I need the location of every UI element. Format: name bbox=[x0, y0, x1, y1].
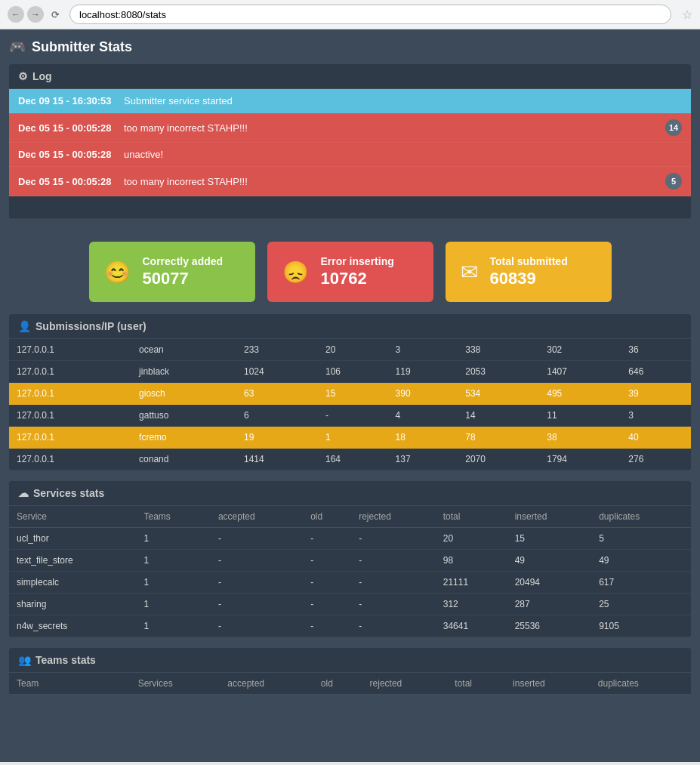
log-message: Submitter service started bbox=[124, 95, 682, 106]
page-title-icon: 🎮 bbox=[9, 39, 26, 55]
table-row: n4w_secrets1---34641255369105 bbox=[9, 615, 691, 637]
bookmark-star-icon[interactable]: ☆ bbox=[682, 8, 692, 22]
back-button[interactable]: ← bbox=[8, 6, 24, 23]
services-header-icon: ☁ bbox=[18, 487, 29, 499]
correctly-added-label: Correctly added bbox=[143, 255, 224, 267]
submissions-section: 👤 Submissions/IP (user) 127.0.0.1ocean23… bbox=[9, 314, 691, 470]
table-row: simplecalc1---2111120494617 bbox=[9, 572, 691, 594]
services-col-header: total bbox=[436, 506, 507, 528]
teams-header-icon: 👥 bbox=[18, 654, 31, 666]
submissions-header-text: Submissions/IP (user) bbox=[35, 320, 146, 332]
log-message: unactive! bbox=[124, 149, 682, 160]
log-row: Dec 09 15 - 16:30:53Submitter service st… bbox=[9, 89, 691, 113]
table-row: 127.0.0.1fcremo19118783840 bbox=[9, 427, 691, 449]
total-submitted-card: ✉ Total submitted 60839 bbox=[446, 242, 612, 302]
log-section: ⚙ Log Dec 09 15 - 16:30:53Submitter serv… bbox=[9, 64, 691, 219]
services-table: ServiceTeamsacceptedoldrejectedtotalinse… bbox=[9, 506, 691, 637]
log-row: Dec 05 15 - 00:05:28too many incorrect S… bbox=[9, 113, 691, 143]
services-col-header: duplicates bbox=[591, 506, 691, 528]
total-submitted-label: Total submitted bbox=[490, 255, 568, 267]
table-row: ucl_thor1---20155 bbox=[9, 528, 691, 550]
log-header-text: Log bbox=[32, 70, 52, 82]
error-inserting-card: 😞 Error inserting 10762 bbox=[267, 242, 433, 302]
table-row: 127.0.0.1giosch631539053449539 bbox=[9, 383, 691, 405]
correctly-added-card: 😊 Correctly added 50077 bbox=[89, 242, 255, 302]
log-row-empty bbox=[9, 196, 691, 219]
error-inserting-icon: 😞 bbox=[282, 260, 309, 285]
error-inserting-info: Error inserting 10762 bbox=[321, 255, 394, 288]
teams-col-header: Team bbox=[9, 673, 76, 695]
stats-cards-container: 😊 Correctly added 50077 😞 Error insertin… bbox=[9, 230, 691, 314]
teams-header-row: TeamServicesacceptedoldrejectedtotalinse… bbox=[9, 673, 691, 695]
log-row: Dec 05 15 - 00:05:28unactive! bbox=[9, 143, 691, 167]
services-col-header: Service bbox=[9, 506, 136, 528]
teams-col-header: Services bbox=[131, 673, 220, 695]
table-row: sharing1---31228725 bbox=[9, 594, 691, 615]
correctly-added-info: Correctly added 50077 bbox=[143, 255, 224, 288]
page-title-text: Submitter Stats bbox=[32, 39, 132, 55]
teams-header: 👥 Teams stats bbox=[9, 648, 691, 673]
teams-col-header: total bbox=[447, 673, 505, 695]
log-timestamp: Dec 05 15 - 00:05:28 bbox=[18, 176, 124, 187]
services-col-header: inserted bbox=[507, 506, 592, 528]
refresh-button[interactable]: ⟳ bbox=[47, 6, 63, 23]
correctly-added-value: 50077 bbox=[143, 269, 224, 288]
services-header-text: Services stats bbox=[33, 487, 104, 499]
page-content: 🎮 Submitter Stats ⚙ Log Dec 09 15 - 16:3… bbox=[0, 29, 700, 762]
forward-button[interactable]: → bbox=[27, 6, 44, 23]
page-title: 🎮 Submitter Stats bbox=[9, 39, 691, 55]
table-row: 127.0.0.1ocean23320333830236 bbox=[9, 339, 691, 361]
log-header-icon: ⚙ bbox=[18, 70, 28, 82]
submissions-table: 127.0.0.1ocean23320333830236127.0.0.1jin… bbox=[9, 339, 691, 470]
nav-buttons: ← → ⟳ bbox=[8, 6, 63, 23]
teams-col-header: accepted bbox=[220, 673, 313, 695]
log-timestamp: Dec 05 15 - 00:05:28 bbox=[18, 149, 124, 160]
teams-col-header: rejected bbox=[362, 673, 448, 695]
log-message: too many incorrect STAHP!!! bbox=[124, 176, 665, 187]
submissions-header-icon: 👤 bbox=[18, 320, 31, 332]
log-timestamp: Dec 09 15 - 16:30:53 bbox=[18, 95, 124, 106]
log-badge: 14 bbox=[665, 119, 682, 136]
services-table-scroll[interactable]: ServiceTeamsacceptedoldrejectedtotalinse… bbox=[9, 506, 691, 637]
total-submitted-info: Total submitted 60839 bbox=[490, 255, 568, 288]
teams-col-header bbox=[76, 673, 103, 695]
services-section: ☁ Services stats ServiceTeamsacceptedold… bbox=[9, 481, 691, 637]
teams-header-text: Teams stats bbox=[35, 654, 96, 666]
services-header-row: ServiceTeamsacceptedoldrejectedtotalinse… bbox=[9, 506, 691, 528]
services-col-header: Teams bbox=[136, 506, 210, 528]
log-message: too many incorrect STAHP!!! bbox=[124, 122, 665, 134]
services-header: ☁ Services stats bbox=[9, 481, 691, 506]
address-bar[interactable]: localhost:8080/stats bbox=[69, 5, 671, 24]
total-submitted-value: 60839 bbox=[490, 269, 568, 288]
teams-table: TeamServicesacceptedoldrejectedtotalinse… bbox=[9, 673, 691, 695]
teams-col-header bbox=[103, 673, 131, 695]
log-timestamp: Dec 05 15 - 00:05:28 bbox=[18, 122, 124, 134]
url-text: localhost:8080/stats bbox=[79, 9, 166, 20]
teams-table-scroll[interactable]: TeamServicesacceptedoldrejectedtotalinse… bbox=[9, 673, 691, 695]
teams-col-header: duplicates bbox=[591, 673, 691, 695]
table-row: 127.0.0.1conand141416413720701794276 bbox=[9, 449, 691, 470]
table-row: 127.0.0.1gattuso6-414113 bbox=[9, 405, 691, 427]
total-submitted-icon: ✉ bbox=[461, 260, 478, 285]
browser-chrome: ← → ⟳ localhost:8080/stats ☆ bbox=[0, 0, 700, 29]
log-section-header: ⚙ Log bbox=[9, 64, 691, 89]
services-col-header: old bbox=[303, 506, 351, 528]
table-row: 127.0.0.1jinblack102410611920531407646 bbox=[9, 361, 691, 383]
submissions-header: 👤 Submissions/IP (user) bbox=[9, 314, 691, 339]
submissions-table-scroll[interactable]: 127.0.0.1ocean23320333830236127.0.0.1jin… bbox=[9, 339, 691, 470]
correctly-added-icon: 😊 bbox=[104, 260, 131, 285]
log-badge: 5 bbox=[665, 173, 682, 190]
error-inserting-value: 10762 bbox=[321, 269, 394, 288]
error-inserting-label: Error inserting bbox=[321, 255, 394, 267]
services-col-header: rejected bbox=[351, 506, 436, 528]
table-row: text_file_store1---984949 bbox=[9, 550, 691, 572]
teams-section: 👥 Teams stats TeamServicesacceptedoldrej… bbox=[9, 648, 691, 695]
services-col-header: accepted bbox=[211, 506, 303, 528]
log-row: Dec 05 15 - 00:05:28too many incorrect S… bbox=[9, 167, 691, 196]
teams-col-header: inserted bbox=[505, 673, 591, 695]
teams-col-header: old bbox=[313, 673, 362, 695]
log-container[interactable]: Dec 09 15 - 16:30:53Submitter service st… bbox=[9, 89, 691, 219]
